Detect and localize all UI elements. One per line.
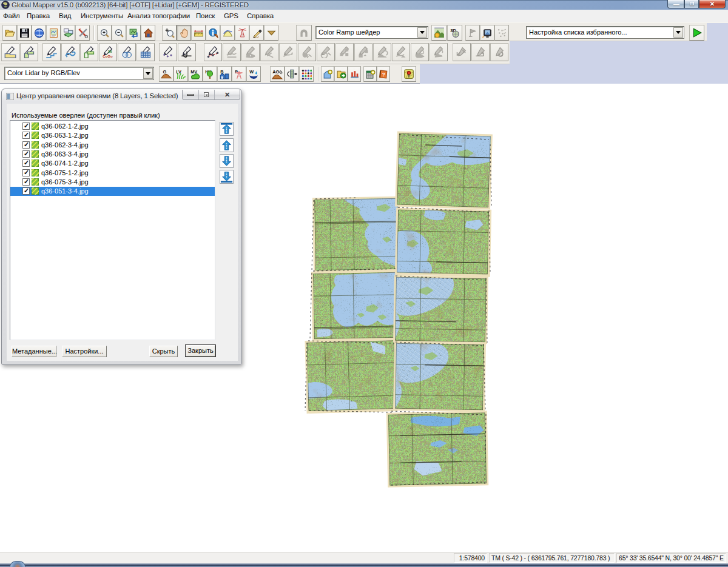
svg-text:G: G xyxy=(163,69,166,75)
svg-text:W: W xyxy=(249,69,254,75)
svg-text:AG: AG xyxy=(272,69,279,75)
svg-text:36: 36 xyxy=(108,50,112,53)
svg-text:?: ? xyxy=(382,71,385,77)
svg-text:CoGo: CoGo xyxy=(103,55,113,58)
